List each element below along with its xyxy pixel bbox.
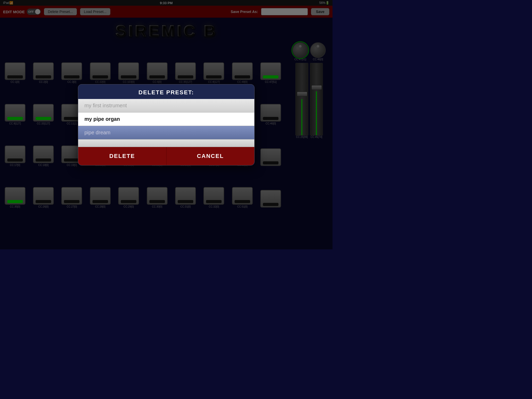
cancel-button[interactable]: CANCEL — [166, 147, 255, 165]
modal-list-item-3[interactable] — [78, 139, 254, 147]
modal-list-item-2[interactable]: pipe dream — [78, 126, 254, 139]
delete-confirm-button[interactable]: DELETE — [78, 147, 166, 165]
modal-buttons: DELETE CANCEL — [78, 147, 254, 165]
modal-title: DELETE PRESET: — [78, 84, 254, 99]
delete-preset-overlay: DELETE PRESET: my first instrumentmy pip… — [0, 0, 332, 249]
delete-preset-modal: DELETE PRESET: my first instrumentmy pip… — [78, 84, 255, 165]
modal-list-item-1[interactable]: my pipe organ — [78, 112, 254, 126]
modal-list-item-0[interactable]: my first instrument — [78, 99, 254, 112]
modal-list: my first instrumentmy pipe organpipe dre… — [78, 99, 254, 147]
